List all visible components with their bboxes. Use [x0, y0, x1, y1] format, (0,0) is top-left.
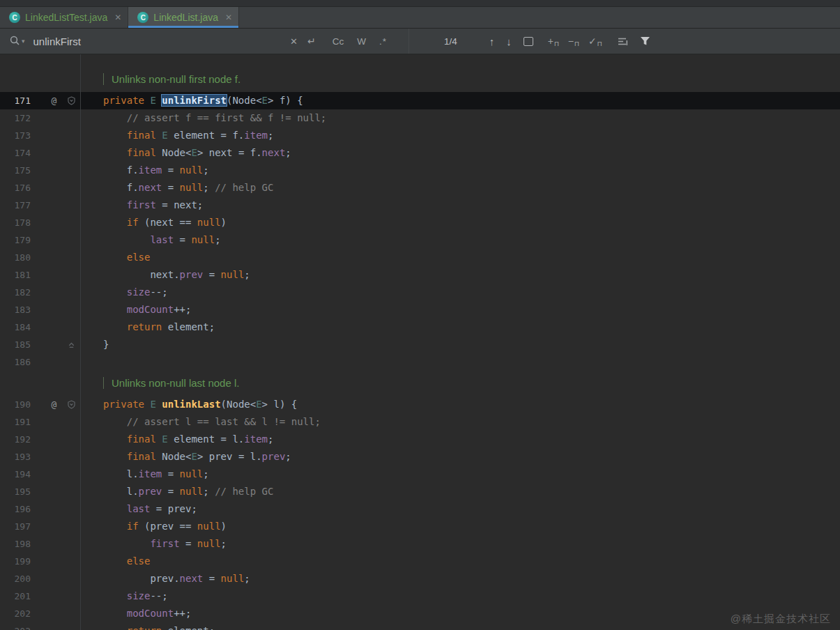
code-text[interactable]: size--;: [80, 284, 840, 301]
insert-newline-icon[interactable]: ↵: [307, 36, 316, 46]
code-line[interactable]: 191// assert l == last && l != null;: [0, 413, 840, 431]
code-line[interactable]: 196last = prev;: [0, 500, 840, 518]
regex-toggle[interactable]: .*: [379, 36, 387, 47]
code-line[interactable]: 197if (prev == null): [0, 518, 840, 535]
line-number[interactable]: 203: [4, 622, 31, 630]
remove-occurrence-icon[interactable]: −Π: [568, 36, 580, 47]
search-query-text[interactable]: unlinkFirst: [33, 36, 291, 47]
gutter[interactable]: 184: [0, 318, 80, 336]
annotation-at-icon[interactable]: @: [45, 396, 63, 413]
line-number[interactable]: 200: [4, 570, 31, 587]
line-number[interactable]: 190: [4, 396, 31, 413]
tab-close-icon[interactable]: ✕: [114, 13, 121, 22]
code-line[interactable]: 174final Node<E> next = f.next;: [0, 144, 840, 162]
gutter[interactable]: 195: [0, 483, 80, 500]
gutter[interactable]: 176: [0, 179, 80, 197]
code-text[interactable]: l.item = null;: [80, 466, 840, 483]
line-number[interactable]: 198: [4, 535, 31, 553]
open-in-find-window-icon[interactable]: [524, 37, 533, 46]
code-text[interactable]: private E unlinkLast(Node<E> l) {: [80, 396, 840, 413]
code-text[interactable]: f.item = null;: [80, 162, 840, 179]
gutter[interactable]: 192: [0, 431, 80, 448]
gutter[interactable]: 198: [0, 535, 80, 553]
shield-icon[interactable]: [63, 92, 80, 109]
code-line[interactable]: 173final E element = f.item;: [0, 127, 840, 144]
line-number[interactable]: 185: [4, 336, 31, 353]
search-results-lines-icon[interactable]: [618, 37, 628, 46]
code-line[interactable]: 198first = null;: [0, 535, 840, 553]
line-number[interactable]: 184: [4, 318, 31, 336]
code-line[interactable]: 186: [0, 353, 840, 371]
code-text[interactable]: else: [80, 249, 840, 266]
add-occurrence-icon[interactable]: +Π: [548, 36, 560, 47]
gutter[interactable]: 173: [0, 127, 80, 144]
filter-funnel-icon[interactable]: [640, 36, 650, 46]
code-text[interactable]: return element;: [80, 622, 840, 630]
line-number[interactable]: 183: [4, 301, 31, 318]
tab-linkedlist-java[interactable]: C LinkedList.java ✕: [128, 7, 239, 28]
gutter[interactable]: 179: [0, 231, 80, 249]
line-number[interactable]: 182: [4, 284, 31, 301]
code-line[interactable]: 179last = null;: [0, 231, 840, 249]
line-number[interactable]: 195: [4, 483, 31, 500]
gutter[interactable]: 202: [0, 605, 80, 622]
code-line[interactable]: 185}: [0, 336, 840, 353]
gutter[interactable]: 180: [0, 249, 80, 266]
code-text[interactable]: final E element = f.item;: [80, 127, 840, 144]
code-editor[interactable]: Unlinks non-null first node f.171@privat…: [0, 54, 840, 630]
code-text[interactable]: final E element = l.item;: [80, 431, 840, 448]
line-number[interactable]: 173: [4, 127, 31, 144]
line-number[interactable]: 194: [4, 466, 31, 483]
line-number[interactable]: 177: [4, 197, 31, 214]
gutter[interactable]: 197: [0, 518, 80, 535]
code-line[interactable]: 172// assert f == first && f != null;: [0, 109, 840, 127]
line-number[interactable]: 186: [4, 353, 31, 371]
line-number[interactable]: 193: [4, 448, 31, 466]
code-line[interactable]: 199else: [0, 553, 840, 570]
shield-icon[interactable]: [63, 396, 80, 413]
clear-search-icon[interactable]: ✕: [290, 37, 298, 46]
line-number[interactable]: 178: [4, 214, 31, 231]
code-text[interactable]: modCount++;: [80, 301, 840, 318]
code-text[interactable]: size--;: [80, 587, 840, 605]
code-line[interactable]: 171@private E unlinkFirst(Node<E> f) {: [0, 92, 840, 109]
gutter[interactable]: 194: [0, 466, 80, 483]
gutter[interactable]: 172: [0, 109, 80, 127]
line-number[interactable]: 191: [4, 413, 31, 431]
line-number[interactable]: 199: [4, 553, 31, 570]
annotation-at-icon[interactable]: @: [45, 92, 63, 109]
code-line[interactable]: 175f.item = null;: [0, 162, 840, 179]
code-text[interactable]: [80, 353, 840, 371]
code-line[interactable]: 178if (next == null): [0, 214, 840, 231]
gutter[interactable]: 171@: [0, 92, 80, 109]
code-line[interactable]: 181next.prev = null;: [0, 266, 840, 284]
code-text[interactable]: next.prev = null;: [80, 266, 840, 284]
code-text[interactable]: // assert l == last && l != null;: [80, 413, 840, 431]
code-text[interactable]: modCount++;: [80, 605, 840, 622]
gutter[interactable]: 191: [0, 413, 80, 431]
code-text[interactable]: return element;: [80, 318, 840, 336]
code-line[interactable]: 192final E element = l.item;: [0, 431, 840, 448]
gutter[interactable]: 196: [0, 500, 80, 518]
previous-occurrence-button[interactable]: ↑: [489, 36, 495, 47]
search-field[interactable]: ▾ unlinkFirst ✕ ↵ Cc W .*: [10, 29, 409, 54]
code-text[interactable]: last = null;: [80, 231, 840, 249]
gutter[interactable]: 201: [0, 587, 80, 605]
tab-label[interactable]: LinkedListTest.java: [25, 12, 107, 23]
search-icon[interactable]: [10, 36, 20, 47]
line-number[interactable]: 202: [4, 605, 31, 622]
code-line[interactable]: 184return element;: [0, 318, 840, 336]
line-number[interactable]: 197: [4, 518, 31, 535]
line-number[interactable]: 201: [4, 587, 31, 605]
method-end-icon[interactable]: [63, 341, 80, 349]
code-line[interactable]: 200prev.next = null;: [0, 570, 840, 587]
line-number[interactable]: 171: [4, 92, 31, 109]
gutter[interactable]: 178: [0, 214, 80, 231]
whole-words-toggle[interactable]: W: [357, 36, 366, 47]
gutter[interactable]: 185: [0, 336, 80, 353]
tab-label[interactable]: LinkedList.java: [153, 12, 218, 23]
gutter[interactable]: [0, 371, 80, 396]
line-number[interactable]: 192: [4, 431, 31, 448]
code-line[interactable]: 190@private E unlinkLast(Node<E> l) {: [0, 396, 840, 413]
gutter[interactable]: 203: [0, 622, 80, 630]
